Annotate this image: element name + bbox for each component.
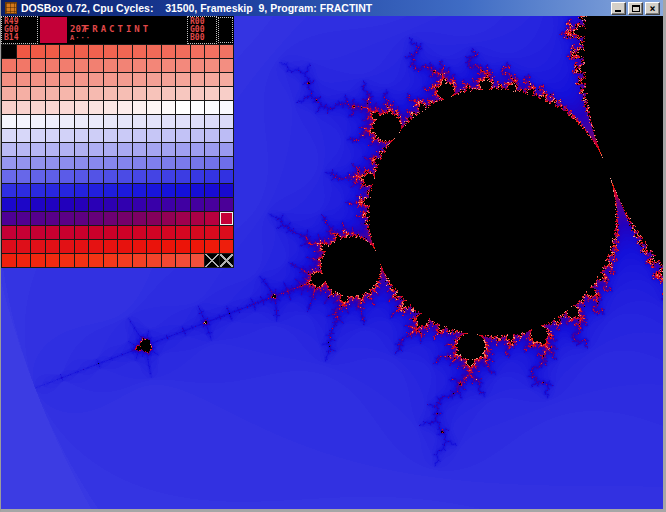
palette-cell[interactable] [46, 73, 61, 87]
palette-cell[interactable] [176, 59, 191, 73]
palette-cell[interactable] [89, 143, 104, 157]
alt-color-swatch[interactable] [218, 17, 233, 43]
palette-cell[interactable] [31, 198, 46, 212]
palette-cell[interactable] [220, 212, 235, 226]
close-button[interactable]: × [645, 2, 660, 15]
palette-cell[interactable] [75, 101, 90, 115]
palette-cell[interactable] [205, 184, 220, 198]
palette-cell[interactable] [118, 170, 133, 184]
palette-cell[interactable] [17, 45, 32, 59]
palette-cell[interactable] [191, 157, 206, 171]
palette-cell[interactable] [162, 226, 177, 240]
palette-cell[interactable] [89, 212, 104, 226]
palette-cell[interactable] [60, 212, 75, 226]
palette-cell[interactable] [191, 143, 206, 157]
palette-cell[interactable] [17, 129, 32, 143]
palette-cell[interactable] [133, 157, 148, 171]
palette-cell[interactable] [2, 73, 17, 87]
palette-cell[interactable] [2, 143, 17, 157]
palette-cell[interactable] [220, 115, 235, 129]
palette-cell[interactable] [220, 240, 235, 254]
palette-cell[interactable] [104, 59, 119, 73]
palette-cell[interactable] [104, 143, 119, 157]
palette-cell[interactable] [133, 101, 148, 115]
palette-cell[interactable] [60, 87, 75, 101]
palette-cell[interactable] [205, 101, 220, 115]
palette-cell[interactable] [191, 198, 206, 212]
palette-cell[interactable] [133, 59, 148, 73]
palette-cell[interactable] [75, 157, 90, 171]
palette-cell[interactable] [220, 170, 235, 184]
palette-cell[interactable] [133, 143, 148, 157]
palette-cell[interactable] [75, 198, 90, 212]
palette-cell[interactable] [147, 240, 162, 254]
palette-cell[interactable] [31, 240, 46, 254]
palette-cell[interactable] [60, 184, 75, 198]
palette-cell[interactable] [2, 87, 17, 101]
palette-cell[interactable] [60, 59, 75, 73]
palette-cell[interactable] [104, 73, 119, 87]
palette-cell[interactable] [176, 198, 191, 212]
palette-cell[interactable] [89, 59, 104, 73]
palette-cell[interactable] [191, 115, 206, 129]
palette-cell[interactable] [2, 115, 17, 129]
palette-cell[interactable] [75, 73, 90, 87]
palette-cell[interactable] [89, 45, 104, 59]
palette-cell[interactable] [205, 226, 220, 240]
palette-cell[interactable] [46, 87, 61, 101]
palette-cell[interactable] [147, 129, 162, 143]
palette-cell[interactable] [205, 87, 220, 101]
palette-cell[interactable] [89, 129, 104, 143]
palette-cell[interactable] [118, 143, 133, 157]
palette-cell[interactable] [133, 45, 148, 59]
palette-cell[interactable] [75, 254, 90, 268]
palette-cell[interactable] [191, 59, 206, 73]
palette-cell[interactable] [75, 59, 90, 73]
palette-cell[interactable] [31, 115, 46, 129]
palette-cell[interactable] [176, 129, 191, 143]
palette-cell[interactable] [31, 73, 46, 87]
palette-cell[interactable] [2, 198, 17, 212]
palette-cell[interactable] [75, 170, 90, 184]
palette-cell[interactable] [46, 129, 61, 143]
palette-cell[interactable] [17, 115, 32, 129]
palette-cell[interactable] [104, 87, 119, 101]
palette-cell[interactable] [46, 198, 61, 212]
palette-cell[interactable] [220, 59, 235, 73]
palette-cell[interactable] [2, 45, 17, 59]
palette-cell[interactable] [46, 101, 61, 115]
palette-cell[interactable] [89, 198, 104, 212]
palette-cell[interactable] [17, 101, 32, 115]
palette-cell[interactable] [31, 157, 46, 171]
palette-cell[interactable] [104, 115, 119, 129]
palette-cell[interactable] [75, 143, 90, 157]
palette-cell[interactable] [133, 198, 148, 212]
palette-cell[interactable] [176, 240, 191, 254]
palette-cell[interactable] [118, 115, 133, 129]
palette-cell[interactable] [104, 212, 119, 226]
palette-cell[interactable] [75, 45, 90, 59]
palette-cell[interactable] [205, 59, 220, 73]
palette-cell[interactable] [46, 254, 61, 268]
palette-cell[interactable] [104, 129, 119, 143]
palette-cell[interactable] [191, 129, 206, 143]
maximize-button[interactable] [628, 2, 643, 15]
palette-cell[interactable] [60, 226, 75, 240]
palette-cell[interactable] [46, 157, 61, 171]
palette-cell[interactable] [75, 115, 90, 129]
palette-cell[interactable] [147, 73, 162, 87]
palette-cell[interactable] [176, 101, 191, 115]
palette-cell[interactable] [104, 254, 119, 268]
palette-cell[interactable] [205, 157, 220, 171]
palette-cell[interactable] [60, 115, 75, 129]
palette-cell[interactable] [205, 198, 220, 212]
palette-cell[interactable] [17, 73, 32, 87]
palette-cell[interactable] [147, 184, 162, 198]
palette-cell[interactable] [176, 170, 191, 184]
palette-cell[interactable] [162, 240, 177, 254]
palette-cell[interactable] [162, 184, 177, 198]
palette-cell[interactable] [17, 157, 32, 171]
palette-cell[interactable] [89, 101, 104, 115]
palette-cell[interactable] [31, 101, 46, 115]
palette-cell[interactable] [205, 254, 220, 268]
